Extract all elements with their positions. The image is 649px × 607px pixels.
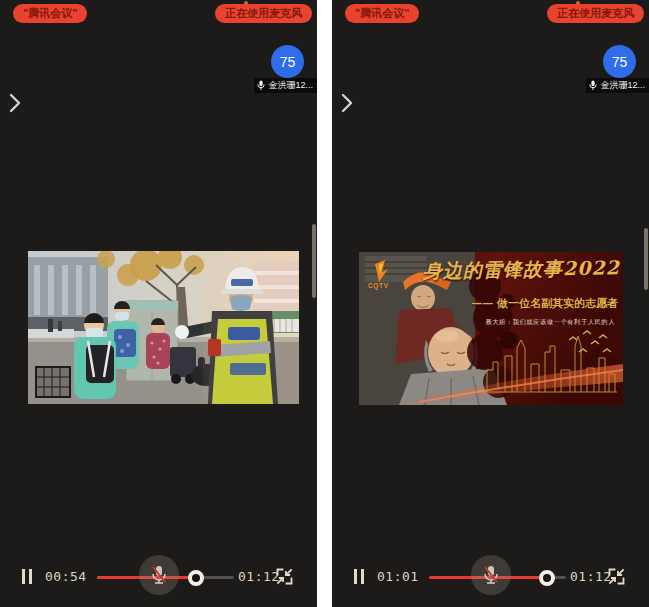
pause-button[interactable] [22,569,32,584]
poster-subtitle: —— 做一位名副其实的志愿者 [471,296,618,311]
video-player[interactable] [28,251,299,404]
phone-screen-right: "腾讯会议" 正在使用麦克风 75 金洪珊12... [332,0,649,607]
street-scene-illustration [28,251,299,404]
poster-caption: 聂大姐：我们就应该做一个有利于人民的人 [485,318,615,327]
mic-in-use-pill[interactable]: 正在使用麦克风 [547,4,644,23]
mic-in-use-pill[interactable]: 正在使用麦克风 [215,4,312,23]
video-player[interactable]: CQTV 身边的雷锋故事2022 —— 做一位名副其实的志愿者 聂大姐：我们就应… [359,252,623,405]
participant-name: 金洪珊12... [268,79,313,92]
progress-knob[interactable] [188,570,204,586]
wire-basket [36,367,70,397]
total-time: 01:12 [570,569,612,584]
participant-name-tag: 金洪珊12... [586,78,649,93]
volume-badge: 75 [271,45,304,78]
mute-mic-button[interactable] [139,555,179,595]
meeting-app-pill[interactable]: "腾讯会议" [345,4,419,23]
participant-name-tag: 金洪珊12... [254,78,317,93]
meeting-app-pill[interactable]: "腾讯会议" [13,4,87,23]
mic-icon [589,80,597,91]
expand-chevron-icon[interactable] [8,92,22,114]
progress-knob[interactable] [539,570,555,586]
exit-fullscreen-button[interactable] [608,568,625,585]
mic-icon [257,80,265,91]
exit-fullscreen-button[interactable] [276,568,293,585]
scroll-indicator[interactable] [312,224,316,298]
muted-mic-icon [481,564,501,586]
mute-mic-button[interactable] [471,555,511,595]
phone-screen-left: "腾讯会议" 正在使用麦克风 75 金洪珊12... [0,0,317,607]
scroll-indicator[interactable] [644,228,648,290]
volume-badge: 75 [603,45,636,78]
pause-button[interactable] [354,569,364,584]
muted-mic-icon [149,564,169,586]
tv-station-logo-text: CQTV [368,282,389,289]
participant-name: 金洪珊12... [600,79,645,92]
current-time: 01:01 [377,569,419,584]
recording-indicator-dot [244,1,248,5]
current-time: 00:54 [45,569,87,584]
expand-chevron-icon[interactable] [340,92,354,114]
poster-title: 身边的雷锋故事2022 [423,255,620,284]
total-time: 01:12 [238,569,280,584]
recording-indicator-dot [576,1,580,5]
